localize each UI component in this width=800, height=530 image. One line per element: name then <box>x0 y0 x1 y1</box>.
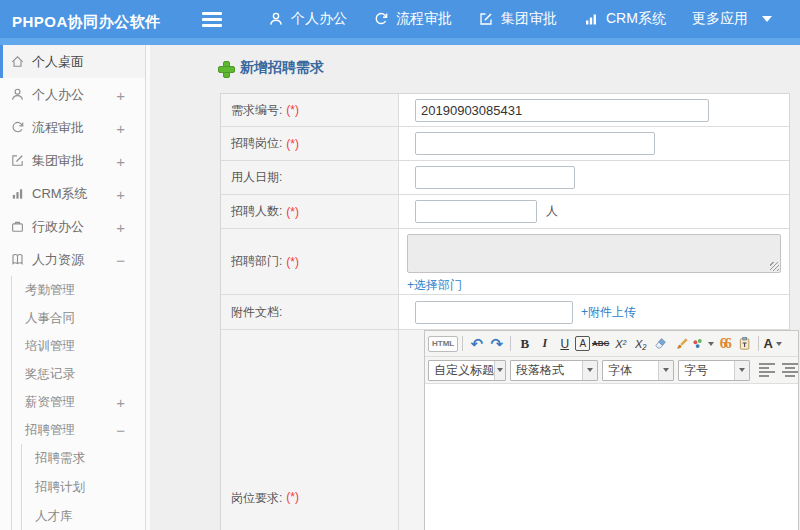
superscript-button[interactable]: X² <box>611 334 630 354</box>
strikethrough-button[interactable]: ABC <box>591 334 610 354</box>
expand-icon[interactable]: + <box>116 185 125 202</box>
undo-button[interactable]: ↶ <box>467 334 486 354</box>
collapse-icon[interactable]: − <box>116 422 125 439</box>
sidebar-item-attendance[interactable]: 考勤管理 <box>0 276 145 304</box>
field-label: 附件文档: <box>231 304 282 321</box>
recruit-demand-form: 需求编号: (*) 招聘岗位: (*) 用人日期: <box>220 93 790 530</box>
headcount-input[interactable] <box>415 200 537 223</box>
editor-content-area[interactable] <box>425 384 798 530</box>
field-label: 用人日期: <box>231 169 282 186</box>
sidebar-item-group-approval[interactable]: 集团审批 + <box>0 144 145 177</box>
form-row-hire-date: 用人日期: <box>221 161 789 195</box>
expand-icon[interactable]: + <box>116 152 125 169</box>
resize-grip-icon[interactable] <box>770 262 779 271</box>
edit-square-icon <box>10 153 25 168</box>
sidebar-item-recruit-demand[interactable]: 招聘需求 <box>0 444 145 473</box>
nav-group-approval[interactable]: 集团审批 <box>478 10 557 28</box>
collapse-icon[interactable]: − <box>116 251 125 268</box>
book-icon <box>10 252 25 267</box>
font-size-select[interactable]: 字号 <box>678 360 750 381</box>
sidebar-item-recruit-plan[interactable]: 招聘计划 <box>0 473 145 502</box>
sidebar-item-recruit-mgmt[interactable]: 招聘管理 − <box>0 416 145 444</box>
department-textarea[interactable] <box>407 234 781 273</box>
briefcase-icon <box>10 219 25 234</box>
chevron-down-icon <box>658 361 673 380</box>
sidebar-item-human-resources[interactable]: 人力资源 − <box>0 243 145 276</box>
attachment-upload-link[interactable]: +附件上传 <box>581 304 636 321</box>
edit-square-icon <box>478 11 501 27</box>
eraser-button[interactable] <box>651 334 670 354</box>
sidebar-item-personal-office[interactable]: 个人办公 + <box>0 78 145 111</box>
rich-text-editor: HTML ↶ ↷ B I U A ABC X² X₂ <box>424 330 799 530</box>
blockquote-button[interactable]: 66 <box>715 334 734 354</box>
add-plus-icon <box>218 61 233 76</box>
home-icon <box>10 54 25 69</box>
redo-button[interactable]: ↷ <box>487 334 506 354</box>
chevron-down-icon <box>582 361 597 380</box>
underline-button[interactable]: U <box>555 334 574 354</box>
font-family-select[interactable]: 字体 <box>602 360 674 381</box>
sidebar-item-talent-pool[interactable]: 人才库 <box>0 502 145 530</box>
custom-title-select[interactable]: 自定义标题 <box>428 360 506 381</box>
required-mark: (*) <box>286 205 299 219</box>
bar-chart-icon <box>10 186 25 201</box>
editor-toolbar-row1: HTML ↶ ↷ B I U A ABC X² X₂ <box>425 331 798 357</box>
required-mark: (*) <box>286 137 299 151</box>
form-row-position: 招聘岗位: (*) <box>221 127 789 161</box>
app-logo: PHPOA协同办公软件 <box>0 4 188 42</box>
bold-button[interactable]: B <box>515 334 534 354</box>
select-department-link[interactable]: +选择部门 <box>407 277 462 294</box>
form-row-headcount: 招聘人数: (*) 人 <box>221 195 789 229</box>
chevron-down-icon <box>734 361 749 380</box>
form-row-attachment: 附件文档: +附件上传 <box>221 295 789 330</box>
format-brush-button[interactable] <box>671 334 690 354</box>
italic-button[interactable]: I <box>535 334 554 354</box>
expand-icon[interactable]: + <box>116 119 125 136</box>
editor-toolbar-row2: 自定义标题 段落格式 字体 字号 <box>425 357 798 384</box>
user-icon <box>268 11 291 27</box>
sidebar-item-training[interactable]: 培训管理 <box>0 332 145 360</box>
source-code-button[interactable]: HTML <box>428 336 458 352</box>
sidebar-item-hr-contract[interactable]: 人事合同 <box>0 304 145 332</box>
nav-crm-system[interactable]: CRM系统 <box>583 10 666 28</box>
expand-icon[interactable]: + <box>116 218 125 235</box>
align-left-button[interactable] <box>759 363 775 377</box>
paragraph-format-select[interactable]: 段落格式 <box>510 360 598 381</box>
field-label: 招聘岗位: <box>231 135 282 152</box>
main-content: 新增招聘需求 需求编号: (*) 招聘岗位: (*) 用人日期: <box>146 45 800 530</box>
paste-text-button[interactable] <box>735 334 754 354</box>
form-row-job-requirements: 岗位要求: (*) HTML ↶ ↷ B I U A <box>221 330 789 530</box>
align-center-button[interactable] <box>782 363 798 377</box>
cycle-icon <box>373 11 396 27</box>
page-title: 新增招聘需求 <box>150 45 800 77</box>
expand-icon[interactable]: + <box>116 394 125 411</box>
menu-toggle-icon[interactable] <box>202 12 222 27</box>
font-color-button[interactable]: A <box>763 334 782 354</box>
attachment-input[interactable] <box>415 301 573 324</box>
font-style-button[interactable]: A <box>575 336 590 351</box>
field-label: 招聘部门: <box>231 253 282 270</box>
subscript-button[interactable]: X₂ <box>631 334 650 354</box>
sidebar-item-crm[interactable]: CRM系统 + <box>0 177 145 210</box>
form-row-demand-number: 需求编号: (*) <box>221 94 789 127</box>
nav-personal-office[interactable]: 个人办公 <box>268 10 347 28</box>
position-input[interactable] <box>415 132 655 155</box>
unit-suffix: 人 <box>546 203 558 220</box>
top-header: PHPOA协同办公软件 个人办公 流程审批 集团审批 <box>0 0 800 45</box>
field-label: 招聘人数: <box>231 203 282 220</box>
user-icon <box>10 87 25 102</box>
expand-icon[interactable]: + <box>116 86 125 103</box>
hire-date-input[interactable] <box>415 166 575 189</box>
nav-workflow-approval[interactable]: 流程审批 <box>373 10 452 28</box>
sidebar-item-administration[interactable]: 行政办公 + <box>0 210 145 243</box>
sidebar-item-salary[interactable]: 薪资管理 + <box>0 388 145 416</box>
field-label: 需求编号: <box>231 102 282 119</box>
demand-number-input[interactable] <box>415 99 709 122</box>
sidebar-item-workflow-approval[interactable]: 流程审批 + <box>0 111 145 144</box>
required-mark: (*) <box>286 103 299 117</box>
sidebar-item-personal-desktop[interactable]: 个人桌面 <box>0 45 145 78</box>
color-palette-button[interactable] <box>691 334 714 354</box>
required-mark: (*) <box>286 490 299 504</box>
sidebar-item-rewards[interactable]: 奖惩记录 <box>0 360 145 388</box>
nav-more-apps[interactable]: 更多应用 <box>692 10 772 28</box>
